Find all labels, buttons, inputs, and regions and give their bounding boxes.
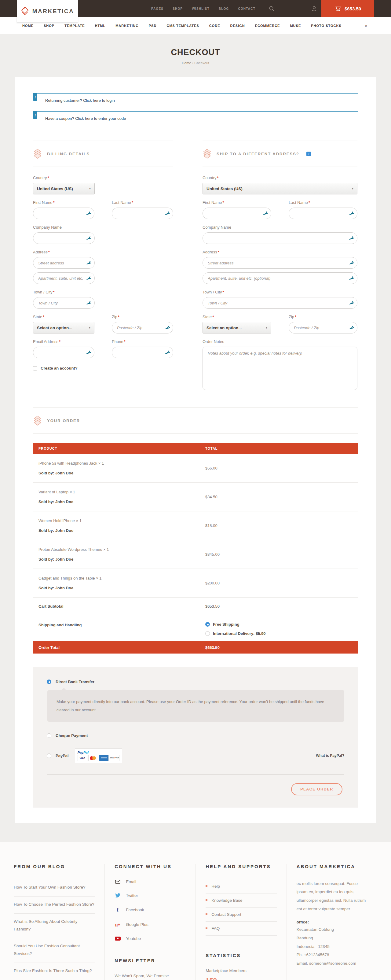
- nav-html[interactable]: HTML: [95, 24, 106, 27]
- nav-ecommerce[interactable]: ECOMMERCE: [255, 24, 280, 27]
- billing-street-input[interactable]: [33, 257, 95, 269]
- nav-shop[interactable]: SHOP: [44, 24, 54, 27]
- order-table-header: PRODUCT TOTAL: [33, 443, 358, 454]
- payment-method-bank[interactable]: Direct Bank Transfer: [47, 679, 344, 684]
- billing-first-name-input[interactable]: [33, 208, 94, 219]
- billing-last-name-input[interactable]: [112, 208, 173, 219]
- shipping-street-input[interactable]: [202, 257, 358, 269]
- international-delivery-radio[interactable]: [205, 631, 210, 636]
- dashlane-autofill-icon[interactable]: [348, 301, 354, 305]
- product-name[interactable]: Gadget and Things on the Table × 1: [38, 576, 205, 581]
- dashlane-autofill-icon[interactable]: [86, 235, 92, 240]
- nav-home[interactable]: HOME: [22, 24, 33, 27]
- nav-muse[interactable]: MUSE: [290, 24, 301, 27]
- order-total-label: Order Total: [33, 645, 205, 650]
- billing-company-label: Company Name: [33, 225, 95, 229]
- blog-link[interactable]: Plus Size Fashion: Is There Such a Thing…: [14, 963, 95, 980]
- top-nav-wishlist[interactable]: WISHLIST: [192, 7, 209, 10]
- dashlane-autofill-icon[interactable]: [86, 261, 92, 265]
- nav-marketing[interactable]: MARKETING: [116, 24, 139, 27]
- social-link-facebook[interactable]: f Facebook: [114, 907, 186, 913]
- login-link[interactable]: Click here to login: [83, 98, 114, 103]
- coupon-link[interactable]: Click here to enter your code: [75, 116, 126, 121]
- dashlane-autofill-icon[interactable]: [348, 211, 354, 216]
- nav-photo-stocks[interactable]: PHOTO STOCKS: [311, 24, 342, 27]
- top-nav-contact[interactable]: CONTACT: [238, 7, 255, 10]
- dashlane-autofill-icon[interactable]: [86, 301, 92, 305]
- place-order-button[interactable]: PLACE ORDER: [291, 783, 342, 795]
- social-link-googleplus[interactable]: g+ Google Plus: [114, 922, 186, 927]
- dashlane-autofill-icon[interactable]: [86, 350, 92, 355]
- blog-link[interactable]: How To Choose The Perfect Fashion Store?: [14, 897, 95, 914]
- free-shipping-label: Free Shipping: [213, 622, 240, 627]
- dashlane-autofill-icon[interactable]: [164, 325, 170, 330]
- order-notes-textarea[interactable]: [202, 347, 358, 390]
- nav-template[interactable]: TEMPLATE: [64, 24, 84, 27]
- top-nav-shop[interactable]: SHOP: [173, 7, 183, 10]
- nav-psd[interactable]: PSD: [149, 24, 157, 27]
- breadcrumb-home[interactable]: Home: [182, 61, 191, 65]
- bank-transfer-radio[interactable]: [47, 679, 51, 684]
- shipping-zip-input[interactable]: [289, 322, 358, 334]
- dashlane-autofill-icon[interactable]: [86, 211, 92, 216]
- paypal-radio[interactable]: [47, 754, 51, 758]
- shipping-apartment-input[interactable]: [202, 272, 358, 284]
- billing-town-input[interactable]: [33, 297, 95, 309]
- payment-method-cheque[interactable]: Cheque Payment: [47, 733, 344, 738]
- shipping-town-input[interactable]: [202, 297, 358, 309]
- billing-zip-input[interactable]: [112, 322, 173, 334]
- help-link[interactable]: Knowladge Base: [206, 894, 277, 908]
- address-line: Email. someone@someone.com: [297, 959, 367, 968]
- dashlane-autofill-icon[interactable]: [164, 211, 170, 216]
- free-shipping-radio[interactable]: [205, 622, 210, 627]
- payment-method-paypal[interactable]: PayPal PayPal VISA DISCOVER What is PayP…: [47, 748, 344, 763]
- nav-code[interactable]: CODE: [209, 24, 220, 27]
- product-name[interactable]: iPhone 5s with Headphones Jack × 1: [38, 461, 205, 466]
- billing-email-input[interactable]: [33, 347, 94, 358]
- shipping-first-name-input[interactable]: [202, 208, 271, 219]
- shipping-state-select[interactable]: Select an option...: [202, 322, 271, 334]
- dashlane-autofill-icon[interactable]: [348, 276, 354, 281]
- social-link-twitter[interactable]: Twitter: [114, 893, 186, 898]
- shipping-last-name-input[interactable]: [289, 208, 358, 219]
- blog-link[interactable]: Should You Use Fashion Consultant Servic…: [14, 938, 95, 963]
- cheque-payment-radio[interactable]: [47, 733, 51, 738]
- brand-logo[interactable]: MARKETICA: [17, 0, 78, 22]
- billing-country-select[interactable]: United States (US): [33, 183, 95, 194]
- top-nav-pages[interactable]: PAGES: [151, 7, 164, 10]
- dashlane-autofill-icon[interactable]: [164, 350, 170, 355]
- create-account-checkbox[interactable]: [33, 366, 37, 371]
- nav-cms-templates[interactable]: CMS TEMPLATES: [167, 24, 199, 27]
- nav-more-icon[interactable]: »: [365, 23, 367, 28]
- billing-phone-input[interactable]: [112, 347, 173, 358]
- product-name[interactable]: Women Hold iPhone × 1: [38, 519, 205, 523]
- help-link[interactable]: Help: [206, 880, 277, 894]
- nav-design[interactable]: DESIGN: [230, 24, 245, 27]
- social-link-youtube[interactable]: Youtube: [114, 936, 186, 941]
- dashlane-autofill-icon[interactable]: [348, 325, 354, 330]
- user-account-icon[interactable]: [311, 6, 317, 12]
- shipping-country-select[interactable]: United States (US): [202, 183, 358, 194]
- ship-different-checkbox[interactable]: [307, 152, 311, 156]
- social-link-email[interactable]: Email: [114, 880, 186, 884]
- blog-link[interactable]: What is So Alluring About Celebrity Fash…: [14, 914, 95, 939]
- dashlane-autofill-icon[interactable]: [348, 261, 354, 265]
- product-name[interactable]: Proton Absolute Wordpress Themes × 1: [38, 547, 205, 552]
- billing-company-input[interactable]: [33, 232, 95, 244]
- help-link[interactable]: Contact Support: [206, 908, 277, 922]
- billing-state-select[interactable]: Select an option...: [33, 322, 94, 334]
- top-nav-blog[interactable]: BLOG: [219, 7, 229, 10]
- search-icon[interactable]: [269, 6, 275, 12]
- dashlane-autofill-icon[interactable]: [348, 235, 354, 240]
- product-name[interactable]: Variant of Laptop × 1: [38, 490, 205, 494]
- paypal-label: PayPal: [56, 754, 69, 758]
- help-link[interactable]: FAQ: [206, 922, 277, 935]
- shipping-company-input[interactable]: [202, 232, 358, 244]
- dashlane-autofill-icon[interactable]: [86, 276, 92, 281]
- what-is-paypal-link[interactable]: What is PayPal?: [316, 754, 344, 758]
- blog-link[interactable]: How To Start Your Own Fashion Store?: [14, 880, 95, 897]
- dashlane-autofill-icon[interactable]: [262, 211, 269, 216]
- cart-button[interactable]: $653.50: [321, 0, 374, 17]
- billing-apartment-input[interactable]: [33, 272, 95, 284]
- page-title: CHECKOUT: [0, 48, 391, 57]
